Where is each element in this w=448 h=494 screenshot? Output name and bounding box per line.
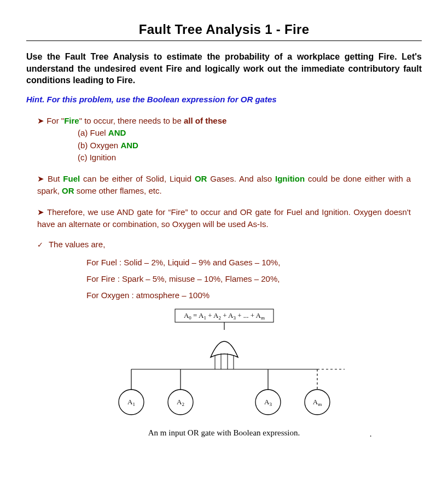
requirement-sublist: (a) Fuel AND (b) Oxygen AND (c) Ignition	[78, 127, 411, 164]
p1-b-pre: (b) Oxygen	[78, 141, 120, 150]
bullet-arrow-icon: ➤	[37, 207, 44, 217]
p2-ign: Ignition	[275, 174, 305, 183]
intro-paragraph: Use the Fault Tree Analysis to estimate …	[26, 51, 422, 86]
p1-bold: all of these	[184, 116, 226, 125]
p1-pre: For	[44, 116, 61, 125]
caption-dot: .	[370, 429, 372, 439]
fuel-ignition-block: ➤ But Fuel can be either of Solid, Liqui…	[37, 173, 411, 197]
diagram-caption: An m input OR gate with Boolean expressi…	[98, 428, 350, 438]
p2-mid2: Gases. And also	[207, 174, 275, 183]
bullet-arrow-icon: ➤	[37, 174, 44, 183]
values-list: For Fuel : Solid – 2%, Liquid – 9% and G…	[86, 254, 411, 304]
or-gate-svg: A0 = A1 + A2 + A3 + ... + Am A1 A2 A3 Am	[98, 308, 350, 423]
p3-text: Therefore, we use AND gate for “Fire” to…	[37, 207, 411, 229]
values-fuel: For Fuel : Solid – 2%, Liquid – 9% and G…	[86, 254, 411, 271]
p2-or1: OR	[195, 174, 207, 183]
p1-fire: Fire	[64, 116, 79, 125]
bullet-arrow-icon: ➤	[37, 116, 44, 125]
label-am: Am	[312, 398, 321, 407]
p2-pre: But	[44, 174, 63, 183]
page-title: Fault Tree Analysis 1 - Fire	[26, 22, 422, 37]
p2-fuel: Fuel	[63, 174, 80, 183]
hint-text: Hint. For this problem, use the Boolean …	[26, 95, 422, 104]
equation-text: A0 = A1 + A2 + A3 + ... + Am	[183, 311, 264, 321]
label-a2: A2	[177, 398, 184, 407]
p1-a-and: AND	[108, 128, 126, 137]
or-gate-icon	[211, 341, 238, 357]
values-title-text: The values are,	[49, 240, 105, 249]
p2-tail: some other flames, etc.	[74, 186, 162, 195]
gate-choice-block: ➤ Therefore, we use AND gate for “Fire” …	[37, 206, 411, 231]
values-title: The values are,	[37, 240, 411, 249]
or-gate-diagram: A0 = A1 + A2 + A3 + ... + Am A1 A2 A3 Am…	[98, 308, 350, 438]
values-fire: For Fire : Spark – 5%, misuse – 10%, Fla…	[86, 271, 411, 287]
p1-b-and: AND	[120, 141, 138, 150]
title-divider	[26, 40, 422, 41]
p1-c: (c) Ignition	[78, 153, 116, 162]
values-oxygen: For Oxygen : atmosphere – 100%	[86, 287, 411, 304]
label-a3: A3	[264, 398, 272, 407]
p2-mid1: can be either of Solid, Liquid	[80, 174, 195, 183]
label-a1: A1	[127, 398, 135, 407]
p1-post: to occur, there needs to be	[82, 116, 184, 125]
requirement-block: ➤ For "Fire" to occur, there needs to be…	[37, 115, 411, 164]
p1-a-pre: (a) Fuel	[78, 128, 108, 137]
p2-or2: OR	[62, 186, 74, 195]
